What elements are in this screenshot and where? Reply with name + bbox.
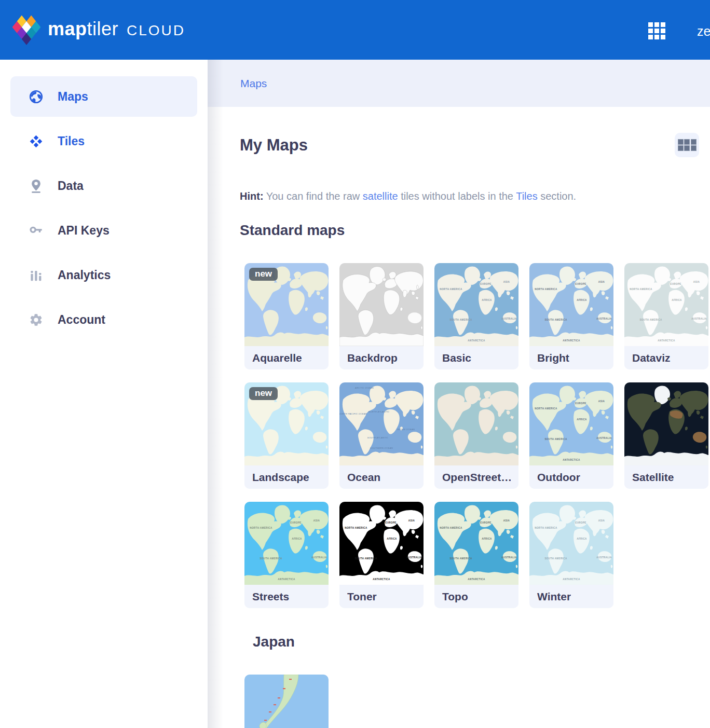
svg-text:SOUTHERN OCEAN: SOUTHERN OCEAN [370,447,393,449]
map-card-label: Outdoor [537,471,580,484]
svg-text:EUROPE: EUROPE [385,521,397,524]
svg-text:AFRICA: AFRICA [672,299,682,301]
svg-text:NORTH AMERICA: NORTH AMERICA [535,288,557,291]
satellite-link[interactable]: satellite [363,190,398,202]
map-card-footer: Satellite [624,465,708,489]
svg-text:INDIAN OCEAN: INDIAN OCEAN [397,428,415,431]
map-thumbnail: NORTH AMERICAEUROPEASIAAFRICASOUTH AMERI… [339,502,424,585]
map-card-footer: Streets [244,585,329,608]
sidebar-item-label: Data [58,179,84,193]
svg-text:ANTARCTICA: ANTARCTICA [278,578,295,581]
brand-wordmark: maptiler CLOUD [48,20,185,38]
tiles-link[interactable]: Tiles [516,190,537,202]
svg-text:SOUTH AMERICA: SOUTH AMERICA [449,319,472,321]
svg-text:AUSTRALIA: AUSTRALIA [596,556,612,559]
grid-view-button[interactable] [675,133,699,157]
svg-text:EUROPE: EUROPE [480,521,491,524]
apps-grid-icon[interactable] [648,22,666,40]
map-card[interactable]: Backdrop [339,263,424,369]
map-card-label: Toner [347,590,377,603]
svg-text:ASIA: ASIA [693,281,700,283]
map-thumbnail: NORTH AMERICAEUROPEASIAAFRICASOUTH AMERI… [529,502,613,585]
map-card-footer: Bright [529,346,613,369]
grid-view-icon [678,139,697,152]
sidebar-item-api-keys[interactable]: API Keys [10,210,197,251]
japan-maps-grid [244,675,710,728]
map-thumbnail: new [244,263,329,346]
map-card[interactable]: NORTH AMERICAEUROPEASIAAFRICASOUTH AMERI… [434,263,518,369]
map-thumbnail [434,382,518,465]
map-card[interactable]: NORTH AMERICAEUROPEASIAAFRICASOUTH AMERI… [624,263,708,369]
map-card[interactable]: Satellite [624,382,708,489]
hint-label: Hint: [240,190,264,202]
map-card-label: Aquarelle [252,352,302,364]
map-card-footer: Backdrop [339,346,424,369]
map-card-label: Basic [442,352,471,364]
map-card[interactable]: NORTH AMERICAEUROPEASIAAFRICASOUTH AMERI… [529,502,613,608]
map-card-label: Backdrop [347,352,398,364]
svg-text:AUSTRALIA: AUSTRALIA [596,318,612,320]
sidebar-item-label: Account [58,313,105,327]
map-card[interactable]: ARCTIC OCEANNORTH PACIFIC OCEANNORTH ATL… [339,382,424,489]
map-card[interactable]: NORTH AMERICAEUROPEASIAAFRICASOUTH AMERI… [434,502,518,608]
maptiler-logo[interactable]: maptiler CLOUD [12,12,185,46]
sidebar-item-label: API Keys [58,224,110,238]
svg-text:ARCTIC OCEAN: ARCTIC OCEAN [354,387,374,389]
tiles-icon [29,134,43,148]
sidebar-item-account[interactable]: Account [10,299,197,340]
svg-text:EUROPE: EUROPE [290,521,302,524]
svg-text:NORTH AMERICA: NORTH AMERICA [535,407,557,410]
map-card[interactable]: new Landscape [244,382,329,489]
svg-text:NORTH AMERICA: NORTH AMERICA [535,527,557,529]
new-badge: new [249,387,278,400]
map-card-label: OpenStreet… [442,471,511,484]
svg-text:ANTARCTICA: ANTARCTICA [468,578,485,581]
svg-text:EUROPE: EUROPE [575,402,586,405]
svg-text:EUROPE: EUROPE [670,283,681,285]
map-card-footer: OpenStreet… [434,465,518,489]
svg-text:AFRICA: AFRICA [387,538,397,540]
sidebar: Maps Tiles [0,60,208,728]
svg-text:AFRICA: AFRICA [292,538,302,540]
svg-text:EUROPE: EUROPE [480,283,491,285]
svg-text:AFRICA: AFRICA [577,538,587,540]
map-thumbnail: ARCTIC OCEANNORTH PACIFIC OCEANNORTH ATL… [339,382,424,465]
user-menu[interactable]: ze [697,24,710,39]
sidebar-item-analytics[interactable]: Analytics [10,255,197,295]
svg-text:NORTH AMERICA: NORTH AMERICA [250,527,272,529]
map-card[interactable]: OpenStreet… [434,382,518,489]
data-pin-icon [29,179,43,193]
map-card-label: Bright [537,352,569,364]
svg-text:ANTARCTICA: ANTARCTICA [373,578,390,581]
map-card[interactable]: NORTH AMERICAEUROPEASIAAFRICASOUTH AMERI… [244,502,329,608]
map-thumbnail: NORTH AMERICAEUROPEASIAAFRICASOUTH AMERI… [529,382,613,465]
map-card[interactable]: NORTH AMERICAEUROPEASIAAFRICASOUTH AMERI… [339,502,424,608]
breadcrumb-maps-link[interactable]: Maps [240,77,267,90]
map-card[interactable] [244,675,329,728]
svg-text:ANTARCTICA: ANTARCTICA [563,339,580,342]
standard-maps-grid: new Aquarelle [244,263,710,608]
svg-text:SOUTH AMERICA: SOUTH AMERICA [544,557,567,560]
map-card[interactable]: NORTH AMERICAEUROPEASIAAFRICASOUTH AMERI… [529,382,613,489]
map-card-label: Satellite [632,471,674,484]
svg-text:SOUTH AMERICA: SOUTH AMERICA [449,557,472,560]
map-card[interactable]: new Aquarelle [244,263,329,369]
sidebar-item-data[interactable]: Data [10,166,197,206]
svg-text:SOUTH AMERICA: SOUTH AMERICA [260,557,282,560]
svg-text:AFRICA: AFRICA [482,538,492,540]
map-card-label: Landscape [252,471,309,484]
section-title-standard-maps: Standard maps [240,222,710,239]
svg-text:ANTARCTICA: ANTARCTICA [563,578,580,581]
svg-text:NORTH AMERICA: NORTH AMERICA [440,527,462,529]
map-card[interactable]: NORTH AMERICAEUROPEASIAAFRICASOUTH AMERI… [529,263,613,369]
maptiler-pin-icon [12,12,40,46]
map-thumbnail [339,263,424,346]
svg-text:ASIA: ASIA [503,281,510,283]
map-card-label: Topo [442,590,468,603]
svg-text:ANTARCTICA: ANTARCTICA [658,339,675,342]
map-thumbnail: NORTH AMERICAEUROPEASIAAFRICASOUTH AMERI… [529,263,613,346]
sidebar-item-maps[interactable]: Maps [10,76,197,117]
svg-text:ASIA: ASIA [598,400,605,403]
sidebar-item-tiles[interactable]: Tiles [10,121,197,161]
key-icon [29,224,43,238]
